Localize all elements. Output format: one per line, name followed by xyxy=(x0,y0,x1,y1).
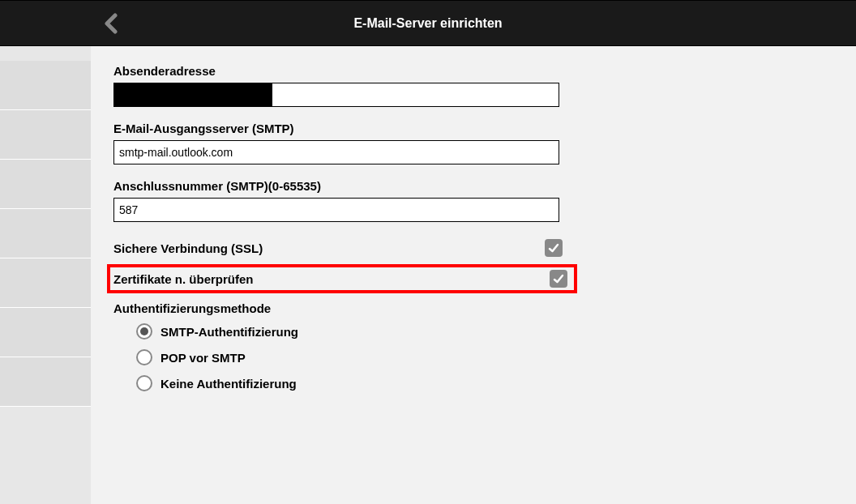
input-port[interactable] xyxy=(113,198,559,222)
sidebar-item[interactable] xyxy=(0,209,91,258)
title-bar: E-Mail-Server einrichten xyxy=(0,0,856,46)
back-button[interactable] xyxy=(104,13,118,34)
chevron-left-icon xyxy=(104,13,118,34)
label-port: Anschlussnummer (SMTP)(0-65535) xyxy=(113,179,856,193)
check-icon xyxy=(547,241,560,254)
sidebar-item[interactable] xyxy=(0,258,91,308)
toggle-cert-no-verify: Zertifikate n. überprüfen xyxy=(107,264,577,293)
checkbox-cert-no-verify[interactable] xyxy=(550,270,567,288)
sidebar-item[interactable] xyxy=(0,308,91,357)
sidebar-item[interactable] xyxy=(0,357,91,407)
radio-label: POP vor SMTP xyxy=(160,351,246,365)
input-sender-address[interactable] xyxy=(113,83,559,107)
radio-auth-none[interactable]: Keine Authentifizierung xyxy=(136,375,856,391)
radio-icon xyxy=(136,375,152,391)
check-icon xyxy=(552,272,565,285)
sidebar-item[interactable] xyxy=(0,160,91,209)
label-smtp-server: E-Mail-Ausgangsserver (SMTP) xyxy=(113,122,856,135)
checkbox-ssl[interactable] xyxy=(545,239,563,257)
radio-icon xyxy=(136,323,152,340)
input-smtp-server[interactable] xyxy=(113,140,559,164)
radio-auth-smtp[interactable]: SMTP-Authentifizierung xyxy=(136,323,856,340)
radio-group-auth: SMTP-Authentifizierung POP vor SMTP Kein… xyxy=(113,323,856,391)
radio-label: SMTP-Authentifizierung xyxy=(160,325,298,339)
field-port: Anschlussnummer (SMTP)(0-65535) xyxy=(113,179,856,222)
sidebar-item[interactable] xyxy=(0,110,91,160)
sidebar xyxy=(0,46,91,504)
content-area: Absenderadresse E-Mail-Ausgangsserver (S… xyxy=(91,46,856,504)
label-sender-address: Absenderadresse xyxy=(113,64,856,78)
label-ssl: Sichere Verbindung (SSL) xyxy=(113,241,263,255)
toggle-ssl: Sichere Verbindung (SSL) xyxy=(113,237,563,259)
page-title: E-Mail-Server einrichten xyxy=(0,16,856,31)
field-sender-address: Absenderadresse xyxy=(113,64,856,107)
sidebar-item[interactable] xyxy=(0,61,91,110)
label-cert-no-verify: Zertifikate n. überprüfen xyxy=(113,272,254,286)
field-smtp-server: E-Mail-Ausgangsserver (SMTP) xyxy=(113,122,856,164)
radio-label: Keine Authentifizierung xyxy=(160,377,297,391)
radio-auth-pop[interactable]: POP vor SMTP xyxy=(136,349,856,365)
label-auth-method: Authentifizierungsmethode xyxy=(113,301,856,315)
radio-icon xyxy=(136,349,152,365)
